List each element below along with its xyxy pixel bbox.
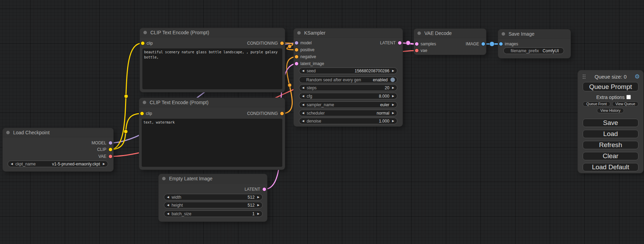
clip-slot-dot[interactable]: [109, 148, 112, 151]
increment-arrow-icon[interactable]: ▶: [392, 110, 394, 116]
node-title-bar[interactable]: VAE Decode: [414, 29, 486, 38]
output-slot-model[interactable]: MODEL: [3, 141, 113, 145]
load-button[interactable]: Load: [583, 130, 638, 138]
decrement-arrow-icon[interactable]: ◀: [167, 202, 169, 208]
increment-arrow-icon[interactable]: ▶: [392, 101, 394, 108]
model-slot-dot[interactable]: [109, 141, 112, 145]
negative-prompt-textarea[interactable]: text, watermark: [142, 119, 282, 167]
ckpt-name-widget[interactable]: ◀ ckpt_name v1-5-pruned-emaonly.ckpt ▶: [8, 161, 108, 167]
clear-button[interactable]: Clear: [583, 152, 638, 160]
node-empty-latent-image[interactable]: Empty Latent Image LATENT ◀ width 512 ▶ …: [159, 174, 267, 222]
scheduler-widget[interactable]: ◀ scheduler normal ▶: [299, 110, 397, 116]
input-slot-negative[interactable]: negative: [294, 54, 403, 59]
node-save-image[interactable]: Save Image images filename_prefix ComfyU…: [498, 29, 571, 58]
filename-prefix-widget[interactable]: filename_prefix ComfyUI: [503, 47, 564, 54]
conditioning-slot-dot[interactable]: [280, 42, 284, 45]
comfyui-canvas[interactable]: { "icons": { "left_arrow": "◀", "right_a…: [0, 0, 644, 244]
height-widget[interactable]: ◀ height 512 ▶: [164, 202, 263, 208]
decrement-arrow-icon[interactable]: ◀: [302, 110, 304, 116]
link-dot-conditioning-negative[interactable]: [288, 83, 292, 87]
conditioning-slot-dot[interactable]: [295, 55, 298, 58]
queue-prompt-button[interactable]: Queue Prompt: [583, 82, 638, 91]
refresh-button[interactable]: Refresh: [583, 141, 638, 149]
node-clip-text-encode-negative[interactable]: CLIP Text Encode (Prompt) clip CONDITION…: [139, 98, 285, 170]
node-ksampler[interactable]: KSampler model positive negative latent_…: [294, 28, 403, 126]
sampler-name-widget[interactable]: ◀ sampler_name euler ▶: [299, 101, 397, 108]
steps-widget[interactable]: ◀ steps 20 ▶: [299, 84, 397, 91]
link-dot-latent[interactable]: [406, 41, 411, 45]
image-slot-dot[interactable]: [499, 42, 503, 46]
vae-slot-dot[interactable]: [415, 49, 418, 52]
queue-front-button[interactable]: Queue Front: [583, 101, 610, 107]
increment-arrow-icon[interactable]: ▶: [392, 118, 394, 124]
output-slot-latent[interactable]: LATENT: [294, 40, 403, 45]
view-queue-button[interactable]: View Queue: [612, 101, 638, 107]
load-default-button[interactable]: Load Default: [583, 163, 638, 171]
collapse-dot-icon[interactable]: [417, 31, 421, 35]
increment-arrow-icon[interactable]: ▶: [257, 194, 259, 200]
node-title-bar[interactable]: KSampler: [294, 28, 403, 38]
view-history-button[interactable]: View History: [597, 108, 624, 113]
input-slot-vae[interactable]: vae: [414, 48, 486, 53]
decrement-arrow-icon[interactable]: ◀: [302, 101, 304, 108]
positive-prompt-textarea[interactable]: beautiful scenery nature glass bottle la…: [142, 48, 282, 89]
decrement-arrow-icon[interactable]: ◀: [167, 210, 169, 217]
node-vae-decode[interactable]: VAE Decode samples vae IMAGE: [414, 29, 486, 55]
output-slot-clip[interactable]: CLIP: [3, 147, 113, 152]
node-title-bar[interactable]: Load Checkpoint: [3, 128, 113, 137]
link-dot-image[interactable]: [489, 42, 494, 46]
collapse-dot-icon[interactable]: [502, 32, 505, 36]
link-dot-clip-negative[interactable]: [124, 130, 128, 134]
random-seed-toggle-widget[interactable]: Random seed after every gen enabled: [299, 76, 397, 83]
batch-size-widget[interactable]: ◀ batch_size 1 ▶: [164, 210, 263, 217]
save-button[interactable]: Save: [583, 119, 638, 127]
cfg-widget[interactable]: ◀ cfg 8.000 ▶: [299, 93, 397, 99]
node-title-bar[interactable]: Save Image: [498, 29, 571, 39]
input-slot-images[interactable]: images: [498, 42, 571, 46]
decrement-arrow-icon[interactable]: ◀: [302, 93, 304, 99]
gear-icon[interactable]: ⚙: [635, 73, 640, 81]
node-load-checkpoint[interactable]: Load Checkpoint MODEL CLIP VAE ◀ ckpt_na…: [3, 128, 113, 171]
increment-arrow-icon[interactable]: ▶: [257, 202, 259, 208]
increment-arrow-icon[interactable]: ▶: [392, 84, 394, 91]
latent-slot-dot[interactable]: [263, 188, 266, 191]
link-dot-clip-positive[interactable]: [124, 94, 128, 98]
collapse-dot-icon[interactable]: [6, 131, 10, 134]
output-slot-conditioning[interactable]: CONDITIONING: [140, 41, 285, 46]
denoise-widget[interactable]: ◀ denoise 1.000 ▶: [299, 118, 397, 124]
increment-arrow-icon[interactable]: ▶: [103, 161, 105, 167]
collapse-dot-icon[interactable]: [162, 177, 166, 180]
output-slot-image[interactable]: IMAGE: [414, 42, 486, 46]
output-slot-vae[interactable]: VAE: [3, 154, 113, 159]
image-slot-dot[interactable]: [482, 42, 485, 46]
increment-arrow-icon[interactable]: ▶: [257, 210, 259, 217]
decrement-arrow-icon[interactable]: ◀: [11, 161, 13, 167]
latent-slot-dot[interactable]: [398, 41, 402, 45]
decrement-arrow-icon[interactable]: ◀: [302, 84, 304, 91]
increment-arrow-icon[interactable]: ▶: [392, 93, 394, 99]
latent-slot-dot[interactable]: [295, 62, 298, 65]
seed-widget[interactable]: ◀ seed 156680208700286 ▶: [299, 67, 397, 74]
conditioning-slot-dot[interactable]: [280, 112, 284, 115]
width-widget[interactable]: ◀ width 512 ▶: [164, 194, 263, 200]
input-slot-latent-image[interactable]: latent_image: [294, 61, 403, 66]
input-slot-positive[interactable]: positive: [294, 47, 403, 52]
node-clip-text-encode-positive[interactable]: CLIP Text Encode (Prompt) clip CONDITION…: [140, 28, 285, 92]
decrement-arrow-icon[interactable]: ◀: [302, 67, 304, 74]
collapse-dot-icon[interactable]: [143, 101, 146, 104]
node-title-bar[interactable]: CLIP Text Encode (Prompt): [139, 98, 285, 107]
output-slot-latent[interactable]: LATENT: [159, 187, 267, 192]
conditioning-slot-dot[interactable]: [295, 48, 298, 52]
collapse-dot-icon[interactable]: [297, 31, 301, 35]
decrement-arrow-icon[interactable]: ◀: [167, 194, 169, 200]
output-slot-conditioning[interactable]: CONDITIONING: [139, 111, 285, 116]
increment-arrow-icon[interactable]: ▶: [392, 67, 394, 74]
node-title-bar[interactable]: Empty Latent Image: [159, 174, 267, 183]
node-title-bar[interactable]: CLIP Text Encode (Prompt): [140, 28, 285, 37]
decrement-arrow-icon[interactable]: ◀: [302, 118, 304, 124]
collapse-dot-icon[interactable]: [143, 31, 147, 34]
extra-options-checkbox[interactable]: [626, 95, 631, 99]
vae-slot-dot[interactable]: [109, 155, 112, 158]
toggle-icon[interactable]: [390, 78, 395, 82]
link-dot-conditioning-positive[interactable]: [288, 45, 292, 48]
